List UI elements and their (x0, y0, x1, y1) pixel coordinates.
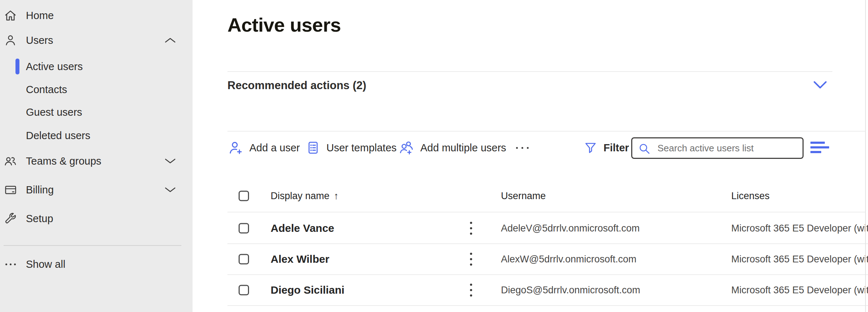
username-cell: AlexW@5drrlv.onmicrosoft.com (501, 254, 636, 265)
sort-lines-icon[interactable] (810, 142, 829, 153)
filter-label: Filter (603, 142, 629, 154)
wrench-icon (3, 211, 18, 226)
add-user-button[interactable]: Add a user (228, 132, 300, 164)
sidebar-divider (4, 245, 181, 246)
person-add-icon (228, 140, 244, 156)
sidebar-item-contacts[interactable]: Contacts (0, 78, 193, 101)
table-row[interactable]: Adele Vance AdeleV@5drrlv.onmicrosoft.co… (227, 213, 868, 244)
table-row[interactable]: Diego Siciliani DiegoS@5drrlv.onmicrosof… (227, 275, 868, 306)
sidebar-item-billing[interactable]: Billing (0, 178, 193, 201)
chevron-down-icon[interactable] (164, 187, 176, 193)
toolbar: Add a user User templates Add multip (0, 132, 868, 164)
search-box (631, 137, 804, 159)
display-name-cell[interactable]: Alex Wilber (271, 253, 329, 265)
filter-icon (583, 141, 598, 155)
sidebar-item-label: Users (26, 35, 53, 46)
licenses-cell: Microsoft 365 E5 Developer (withou (731, 285, 868, 296)
toolbar-button-label: User templates (326, 142, 397, 154)
kebab-menu-icon[interactable] (468, 220, 474, 237)
m365-admin-active-users-page: Home Users Active users Contacts Guest (0, 0, 868, 312)
kebab-menu-icon[interactable] (468, 281, 474, 299)
ellipsis-icon (3, 257, 18, 272)
search-input[interactable] (631, 137, 804, 159)
licenses-cell: Microsoft 365 E5 Developer (withou (731, 254, 868, 265)
selected-indicator (15, 59, 19, 74)
column-header-username[interactable]: Username (501, 190, 546, 201)
kebab-menu-icon[interactable] (468, 251, 474, 268)
ellipsis-icon (516, 147, 529, 149)
person-icon (3, 33, 18, 48)
section-divider (227, 71, 832, 72)
sidebar-item-label: Show all (26, 258, 65, 270)
column-header-display-name[interactable]: Display name ↑ (271, 190, 339, 201)
toolbar-button-label: Add a user (249, 142, 300, 154)
template-icon (306, 140, 321, 155)
sidebar-item-guest-users[interactable]: Guest users (0, 101, 193, 124)
sidebar-item-label: Home (26, 10, 54, 22)
card-icon (3, 182, 18, 197)
select-all-checkbox[interactable] (239, 191, 249, 201)
licenses-cell: Microsoft 365 E5 Developer (withou (731, 223, 868, 234)
username-cell: DiegoS@5drrlv.onmicrosoft.com (501, 285, 640, 296)
display-name-cell[interactable]: Adele Vance (271, 222, 334, 234)
sidebar-item-label: Setup (26, 213, 53, 225)
filter-button[interactable]: Filter (583, 132, 629, 164)
sidebar-item-active-users[interactable]: Active users (0, 55, 193, 78)
toolbar-button-label: Add multiple users (420, 142, 506, 154)
sidebar-item-home[interactable]: Home (0, 4, 193, 27)
username-cell: AdeleV@5drrlv.onmicrosoft.com (501, 223, 640, 234)
recommended-actions-header[interactable]: Recommended actions (2) (227, 78, 832, 93)
display-name-cell[interactable]: Diego Siciliani (271, 284, 344, 296)
sidebar-item-users[interactable]: Users (0, 29, 193, 52)
sidebar-item-label: Billing (26, 184, 54, 196)
row-checkbox[interactable] (239, 285, 249, 295)
page-title: Active users (227, 14, 341, 36)
recommended-actions-label: Recommended actions (2) (227, 79, 366, 92)
chevron-down-icon[interactable] (812, 80, 828, 90)
sidebar-item-setup[interactable]: Setup (0, 207, 193, 230)
sidebar-item-label: Guest users (26, 106, 82, 118)
row-checkbox[interactable] (239, 223, 249, 234)
chevron-up-icon[interactable] (164, 37, 176, 43)
sort-ascending-icon: ↑ (334, 190, 339, 201)
sidebar-item-show-all[interactable]: Show all (0, 253, 193, 276)
home-icon (3, 8, 18, 23)
people-add-icon (398, 139, 415, 156)
sidebar-item-label: Active users (26, 61, 83, 73)
pane-right-border (865, 0, 866, 312)
column-header-licenses[interactable]: Licenses (731, 190, 770, 201)
add-multiple-users-button[interactable]: Add multiple users (398, 132, 506, 164)
sidebar-item-label: Contacts (26, 84, 67, 96)
toolbar-overflow-button[interactable] (516, 132, 529, 164)
table-header-row: Display name ↑ Username Licenses (227, 180, 866, 212)
row-checkbox[interactable] (239, 254, 249, 265)
user-templates-button[interactable]: User templates (306, 132, 397, 164)
table-row[interactable]: Alex Wilber AlexW@5drrlv.onmicrosoft.com… (227, 244, 868, 275)
